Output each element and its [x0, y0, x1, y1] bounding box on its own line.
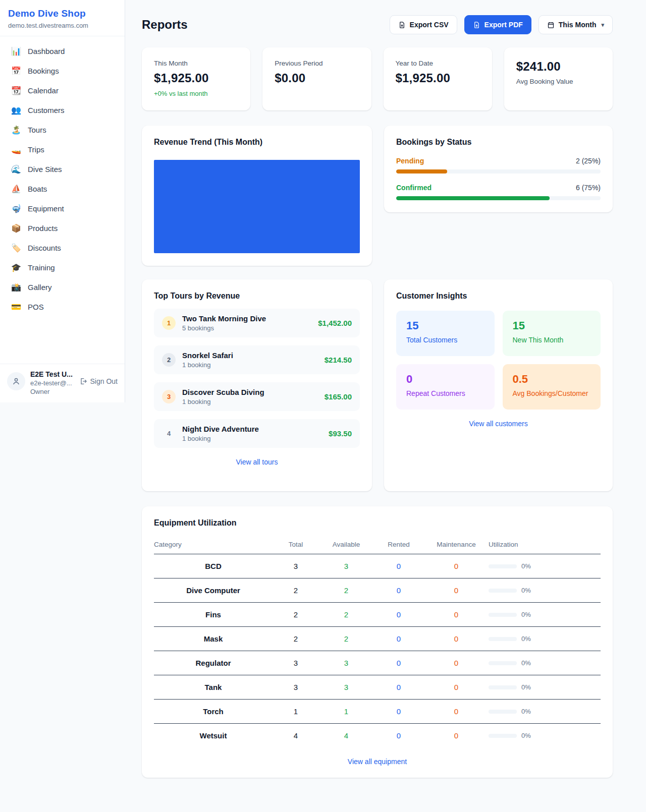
insight-label: Repeat Customers	[406, 389, 484, 397]
user-block: E2E Test U... e2e-tester@... Owner Sign …	[0, 364, 125, 402]
credit-card-icon: 💳	[11, 302, 21, 312]
utilization-bar	[489, 637, 517, 641]
speedboat-icon: 🚤	[11, 145, 21, 154]
sidebar-item-bookings[interactable]: 📅 Bookings	[4, 61, 121, 81]
sidebar-item-label: POS	[28, 303, 44, 311]
graduation-cap-icon: 🎓	[11, 263, 21, 272]
sidebar-item-boats[interactable]: ⛵ Boats	[4, 179, 121, 199]
sidebar-item-dive-sites[interactable]: 🌊 Dive Sites	[4, 159, 121, 179]
tour-name: Two Tank Morning Dive	[182, 314, 266, 323]
sailboat-icon: ⛵	[11, 184, 21, 194]
insight-tile-new-this-month: 15 New This Month	[503, 311, 601, 356]
stat-delta: +0% vs last month	[154, 90, 238, 97]
revenue-trend-title: Revenue Trend (This Month)	[154, 138, 360, 147]
top-tours-title: Top Tours by Revenue	[154, 292, 360, 301]
export-pdf-button[interactable]: Export PDF	[464, 15, 531, 34]
sign-out-button[interactable]: Sign Out	[79, 377, 118, 385]
sidebar-item-label: Products	[28, 224, 58, 233]
table-row: Regulator 3 3 0 0 0%	[154, 651, 601, 675]
sidebar-item-tours[interactable]: 🏝️ Tours	[4, 120, 121, 140]
brand-block: Demo Dive Shop demo.test.divestreams.com	[0, 0, 125, 36]
export-csv-button[interactable]: Export CSV	[390, 15, 457, 34]
tour-name: Discover Scuba Diving	[182, 388, 264, 396]
dashboard-icon: 📊	[11, 46, 21, 56]
equipment-utilization-title: Equipment Utilization	[154, 518, 601, 528]
sidebar-item-equipment[interactable]: 🤿 Equipment	[4, 199, 121, 218]
stat-label: Avg Booking Value	[516, 78, 601, 85]
tour-name: Night Dive Adventure	[182, 425, 259, 433]
user-name: E2E Test U...	[30, 370, 73, 378]
tag-icon: 🏷️	[11, 243, 21, 253]
sidebar-item-calendar[interactable]: 📆 Calendar	[4, 81, 121, 100]
rank-badge: 2	[162, 353, 176, 367]
insight-value: 15	[513, 319, 591, 332]
table-row: BCD 3 3 0 0 0%	[154, 554, 601, 578]
insight-tile-avg-bookings: 0.5 Avg Bookings/Customer	[503, 364, 601, 410]
brand-domain: demo.test.divestreams.com	[8, 22, 117, 29]
sidebar-item-training[interactable]: 🎓 Training	[4, 258, 121, 277]
tour-revenue: $165.00	[325, 392, 352, 401]
pending-progress-track	[396, 169, 601, 173]
utilization-bar	[489, 685, 517, 689]
tour-row[interactable]: 2 Snorkel Safari 1 booking $214.50	[154, 345, 360, 374]
tour-row[interactable]: 4 Night Dive Adventure 1 booking $93.50	[154, 419, 360, 448]
stat-value: $0.00	[275, 71, 359, 85]
stat-label: Year to Date	[396, 60, 480, 67]
stat-card-year-to-date: Year to Date $1,925.00	[384, 47, 492, 110]
utilization-bar	[489, 564, 517, 568]
sidebar-item-dashboard[interactable]: 📊 Dashboard	[4, 41, 121, 61]
sidebar-item-label: Customers	[28, 106, 65, 114]
sidebar-item-pos[interactable]: 💳 POS	[4, 297, 121, 317]
status-count-pending: 2 (25%)	[576, 157, 601, 165]
tour-revenue: $93.50	[329, 429, 352, 438]
customer-insights-title: Customer Insights	[396, 292, 601, 301]
tour-bookings: 1 booking	[182, 398, 264, 405]
sidebar-item-label: Calendar	[28, 86, 59, 95]
sidebar-item-trips[interactable]: 🚤 Trips	[4, 140, 121, 159]
sidebar-item-customers[interactable]: 👥 Customers	[4, 100, 121, 120]
sidebar-item-label: Training	[28, 263, 55, 272]
sidebar-item-gallery[interactable]: 📸 Gallery	[4, 277, 121, 297]
sidebar-nav: 📊 Dashboard 📅 Bookings 📆 Calendar 👥 Cust…	[0, 36, 125, 317]
calendar-icon	[547, 21, 555, 29]
status-label-confirmed: Confirmed	[396, 184, 432, 192]
table-header-row: Category Total Available Rented Maintena…	[154, 537, 601, 554]
stat-label: This Month	[154, 60, 238, 67]
confirmed-progress-track	[396, 196, 601, 200]
bookings-by-status-title: Bookings by Status	[396, 138, 601, 147]
sidebar-item-label: Boats	[28, 185, 47, 193]
utilization-bar	[489, 589, 517, 593]
stat-label: Previous Period	[275, 60, 359, 67]
island-icon: 🏝️	[11, 125, 21, 135]
sidebar-item-label: Tours	[28, 126, 46, 134]
stat-value: $1,925.00	[154, 71, 238, 85]
table-row: Torch 1 1 0 0 0%	[154, 700, 601, 724]
chevron-down-icon: ▾	[601, 22, 604, 28]
equipment-utilization-card: Equipment Utilization Category Total Ava…	[142, 506, 613, 778]
tear-off-calendar-icon: 📆	[11, 86, 21, 95]
table-row: Dive Computer 2 2 0 0 0%	[154, 578, 601, 603]
tour-row[interactable]: 1 Two Tank Morning Dive 5 bookings $1,45…	[154, 309, 360, 337]
period-dropdown[interactable]: This Month ▾	[539, 15, 613, 34]
insight-label: Avg Bookings/Customer	[513, 389, 591, 397]
view-all-tours-link[interactable]: View all tours	[154, 458, 360, 466]
view-all-customers-link[interactable]: View all customers	[396, 420, 601, 428]
table-row: Tank 3 3 0 0 0%	[154, 675, 601, 700]
sidebar-item-products[interactable]: 📦 Products	[4, 218, 121, 238]
stat-card-previous-period: Previous Period $0.00	[262, 47, 371, 110]
sidebar-item-label: Bookings	[28, 67, 59, 75]
col-utilization: Utilization	[489, 537, 601, 554]
bookings-by-status-card: Bookings by Status Pending 2 (25%) Confi…	[384, 126, 613, 212]
brand-title[interactable]: Demo Dive Shop	[8, 8, 117, 19]
person-icon	[12, 377, 21, 386]
sidebar: Demo Dive Shop demo.test.divestreams.com…	[0, 0, 125, 402]
stat-card-this-month: This Month $1,925.00 +0% vs last month	[142, 47, 250, 110]
sidebar-item-discounts[interactable]: 🏷️ Discounts	[4, 238, 121, 258]
tour-bookings: 5 bookings	[182, 324, 266, 332]
utilization-bar	[489, 710, 517, 714]
page-title: Reports	[142, 18, 188, 32]
tour-bookings: 1 booking	[182, 361, 233, 369]
stat-value: $241.00	[516, 60, 601, 74]
view-all-equipment-link[interactable]: View all equipment	[154, 758, 601, 766]
tour-row[interactable]: 3 Discover Scuba Diving 1 booking $165.0…	[154, 382, 360, 411]
